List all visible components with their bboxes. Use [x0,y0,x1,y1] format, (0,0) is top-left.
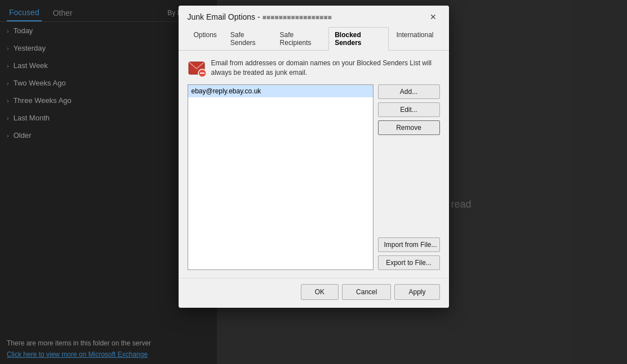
tab-safe-recipients[interactable]: Safe Recipients [274,27,328,50]
dialog-overlay: Junk Email Options - ■■■■■■■■■■■■■■■■■ ✕… [0,0,627,364]
tab-safe-senders[interactable]: Safe Senders [224,27,273,50]
ok-button[interactable]: OK [301,284,339,300]
blocked-senders-icon [188,59,206,77]
tab-options[interactable]: Options [188,27,223,50]
tab-blocked-senders[interactable]: Blocked Senders [328,27,389,51]
import-from-file-button[interactable]: Import from File... [378,237,440,252]
list-item[interactable]: ebay@reply.ebay.co.uk [188,85,373,97]
action-buttons: Add... Edit... Remove Import from File..… [378,84,440,270]
dialog-body: Email from addresses or domain names on … [179,51,449,278]
tab-international[interactable]: International [390,27,439,50]
edit-button[interactable]: Edit... [378,102,440,117]
dialog-title: Junk Email Options - ■■■■■■■■■■■■■■■■■ [188,12,332,21]
dialog-title-bar: Junk Email Options - ■■■■■■■■■■■■■■■■■ ✕ [179,6,449,23]
blocked-senders-list[interactable]: ebay@reply.ebay.co.uk [188,84,373,270]
dialog-content-area: ebay@reply.ebay.co.uk Add... Edit... Rem… [188,84,440,270]
dialog-title-masked: ■■■■■■■■■■■■■■■■■ [263,14,332,21]
add-button[interactable]: Add... [378,84,440,99]
remove-button[interactable]: Remove [378,120,440,135]
dialog-footer: OK Cancel Apply [179,278,449,308]
dialog-tabs: Options Safe Senders Safe Recipients Blo… [179,23,449,51]
apply-button[interactable]: Apply [394,284,439,300]
cancel-button[interactable]: Cancel [342,284,391,300]
junk-email-options-dialog: Junk Email Options - ■■■■■■■■■■■■■■■■■ ✕… [179,6,449,308]
export-to-file-button[interactable]: Export to File... [378,255,440,270]
dialog-description: Email from addresses or domain names on … [188,59,440,78]
description-text: Email from addresses or domain names on … [211,59,440,78]
close-button[interactable]: ✕ [426,11,440,23]
